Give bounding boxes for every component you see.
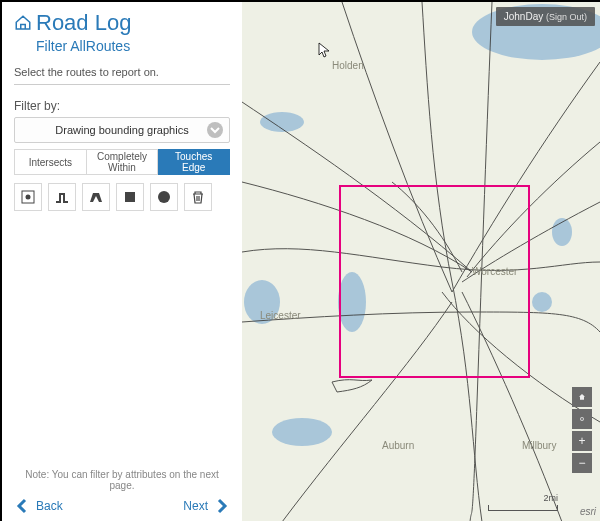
cursor-icon — [318, 42, 332, 62]
footer-note: Note: You can filter by attributes on th… — [14, 469, 230, 491]
map-label-worcester: Worcester — [472, 266, 517, 277]
spacer — [14, 211, 230, 469]
zoom-in-button[interactable]: + — [572, 431, 592, 451]
spatial-relation-group: Intersects Completely Within Touches Edg… — [14, 149, 230, 175]
user-bar[interactable]: JohnDay (Sign Out) — [496, 7, 595, 26]
draw-point-tool[interactable] — [14, 183, 42, 211]
next-button[interactable]: Next — [183, 497, 230, 515]
map-locate-button[interactable] — [572, 409, 592, 429]
completely-within-button[interactable]: Completely Within — [87, 149, 159, 175]
intersects-button[interactable]: Intersects — [14, 149, 87, 175]
filter-method-dropdown[interactable]: Drawing bounding graphics — [14, 117, 230, 143]
draw-rectangle-tool[interactable] — [116, 183, 144, 211]
map-label-holden: Holden — [332, 60, 364, 71]
map-home-button[interactable] — [572, 387, 592, 407]
title-row: Road Log — [14, 10, 230, 36]
map-view[interactable]: Holden Worcester Leicester Auburn Millbu… — [242, 2, 600, 521]
map-label-millbury: Millbury — [522, 440, 556, 451]
sign-out-link[interactable]: (Sign Out) — [546, 12, 587, 22]
selection-bounding-box[interactable] — [339, 185, 530, 378]
app-subtitle: Filter AllRoutes — [36, 38, 230, 54]
svg-point-10 — [532, 292, 552, 312]
map-label-auburn: Auburn — [382, 440, 414, 451]
back-label: Back — [36, 499, 63, 513]
map-label-leicester: Leicester — [260, 310, 301, 321]
zoom-out-button[interactable]: − — [572, 453, 592, 473]
dropdown-value: Drawing bounding graphics — [55, 124, 188, 136]
username: JohnDay — [504, 11, 543, 22]
delete-graphics-tool[interactable] — [184, 183, 212, 211]
svg-rect-2 — [125, 192, 135, 202]
draw-circle-tool[interactable] — [150, 183, 178, 211]
draw-tools — [14, 183, 230, 211]
nav-row: Back Next — [14, 497, 230, 515]
back-button[interactable]: Back — [14, 497, 63, 515]
map-controls: + − — [572, 387, 592, 473]
attribution: esri — [580, 506, 596, 517]
svg-point-13 — [582, 419, 583, 420]
app-root: Road Log Filter AllRoutes Select the rou… — [2, 2, 600, 521]
draw-polygon-tool[interactable] — [82, 183, 110, 211]
scale-bar: 2mi — [488, 493, 558, 511]
svg-point-3 — [158, 191, 170, 203]
svg-point-1 — [26, 195, 31, 200]
touches-edge-button[interactable]: Touches Edge — [158, 149, 230, 175]
home-icon[interactable] — [14, 14, 32, 32]
draw-polyline-tool[interactable] — [48, 183, 76, 211]
filter-by-label: Filter by: — [14, 99, 230, 113]
scale-label: 2mi — [488, 493, 558, 503]
chevron-down-icon — [207, 122, 223, 138]
sidebar: Road Log Filter AllRoutes Select the rou… — [2, 2, 242, 521]
svg-point-11 — [272, 418, 332, 446]
app-title: Road Log — [36, 10, 131, 36]
instruction-text: Select the routes to report on. — [14, 64, 230, 85]
next-label: Next — [183, 499, 208, 513]
